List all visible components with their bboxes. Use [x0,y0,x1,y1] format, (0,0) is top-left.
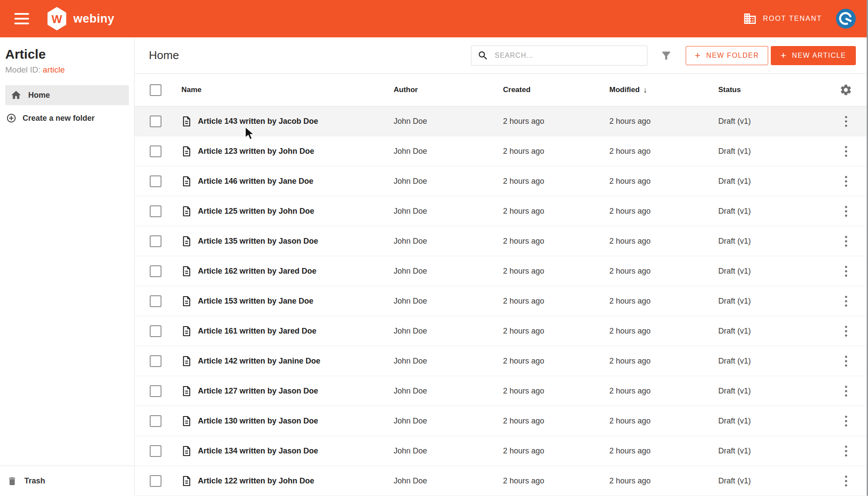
row-name-cell[interactable]: Article 122 written by John Doe [181,476,394,486]
row-name-cell[interactable]: Article 146 written by Jane Doe [181,176,394,187]
table-row[interactable]: Article 153 written by Jane Doe John Doe… [135,286,868,316]
row-name-cell[interactable]: Article 135 written by Jason Doe [181,236,394,247]
row-author: John Doe [394,267,503,276]
building-icon [743,12,757,26]
table-row[interactable]: Article 135 written by Jason Doe John Do… [135,226,868,256]
model-id-value[interactable]: article [43,65,65,74]
select-all-checkbox[interactable] [150,84,161,96]
row-name-cell[interactable]: Article 123 written by John Doe [181,146,394,157]
column-header-status[interactable]: Status [718,86,836,94]
table-row[interactable]: Article 146 written by Jane Doe John Doe… [135,166,868,196]
row-name-cell[interactable]: Article 130 written by Jason Doe [181,416,394,427]
row-checkbox[interactable] [150,385,161,397]
create-folder-button[interactable]: Create a new folder [6,113,129,123]
row-checkbox[interactable] [150,415,161,427]
row-menu-kebab-icon[interactable] [842,353,850,369]
row-menu-kebab-icon[interactable] [842,383,850,399]
column-header-author[interactable]: Author [394,86,503,94]
row-menu-kebab-icon[interactable] [842,263,850,279]
row-menu-kebab-icon[interactable] [842,293,850,309]
sidebar-header: Article Model ID: article [0,37,134,79]
document-icon [181,176,191,187]
row-checkbox[interactable] [150,445,161,457]
row-status: Draft (v1) [718,446,836,456]
row-name-cell[interactable]: Article 161 written by Jared Doe [181,326,394,337]
filter-button[interactable] [660,49,673,62]
column-header-name[interactable]: Name [181,86,394,94]
row-menu-kebab-icon[interactable] [842,203,850,219]
column-header-modified[interactable]: Modified ↓ [609,86,718,95]
row-checkbox[interactable] [150,205,161,217]
table-row[interactable]: Article 134 written by Jason Doe John Do… [135,436,868,466]
row-checkbox[interactable] [150,325,161,337]
row-created: 2 hours ago [503,417,609,426]
user-avatar-power-icon[interactable] [836,9,856,29]
sidebar-item-label: Home [28,91,50,100]
row-author: John Doe [394,207,503,216]
search-box[interactable] [471,46,648,66]
table-row[interactable]: Article 143 written by Jacob Doe John Do… [135,106,868,136]
row-checkbox[interactable] [150,295,161,307]
row-menu-kebab-icon[interactable] [842,143,850,159]
new-article-button[interactable]: + NEW ARTICLE [771,46,856,65]
row-menu-kebab-icon[interactable] [842,413,850,429]
row-checkbox[interactable] [150,175,161,187]
row-checkbox[interactable] [150,116,161,127]
row-menu-kebab-icon[interactable] [842,473,850,489]
row-name-cell[interactable]: Article 143 written by Jacob Doe [181,116,394,127]
row-created: 2 hours ago [503,476,609,486]
gear-icon[interactable] [839,83,852,96]
table-row[interactable]: Article 162 written by Jared Doe John Do… [135,256,868,286]
column-header-created[interactable]: Created [503,86,609,94]
table-row[interactable]: Article 130 written by Jason Doe John Do… [135,406,868,436]
row-checkbox[interactable] [150,355,161,367]
row-checkbox[interactable] [150,235,161,247]
document-icon [181,116,191,127]
row-checkbox[interactable] [150,265,161,277]
table-row[interactable]: Article 142 written by Janine Doe John D… [135,346,868,376]
row-name: Article 135 written by Jason Doe [198,237,318,246]
row-modified: 2 hours ago [609,327,718,336]
menu-icon[interactable] [14,13,29,24]
row-created: 2 hours ago [503,237,609,246]
row-name: Article 122 written by John Doe [198,476,314,486]
tenant-label[interactable]: ROOT TENANT [763,15,822,23]
row-status: Draft (v1) [718,476,836,486]
row-modified: 2 hours ago [609,476,718,486]
main-content: Home + NEW FOLDER + NEW ARTICLE [135,37,868,496]
row-name-cell[interactable]: Article 153 written by Jane Doe [181,296,394,307]
row-name-cell[interactable]: Article 125 written by John Doe [181,206,394,217]
row-menu-kebab-icon[interactable] [842,113,850,129]
row-modified: 2 hours ago [609,387,718,396]
row-checkbox[interactable] [150,475,161,487]
row-menu-kebab-icon[interactable] [842,443,850,459]
row-author: John Doe [394,417,503,426]
table-row[interactable]: Article 161 written by Jared Doe John Do… [135,316,868,346]
webiny-logo[interactable]: W webiny [46,7,115,31]
table-row[interactable]: Article 122 written by John Doe John Doe… [135,466,868,496]
row-name-cell[interactable]: Article 142 written by Janine Doe [181,356,394,367]
row-created: 2 hours ago [503,267,609,276]
trash-icon [7,476,17,486]
row-menu-kebab-icon[interactable] [842,323,850,339]
row-name-cell[interactable]: Article 162 written by Jared Doe [181,266,394,277]
trash-button[interactable]: Trash [0,466,134,496]
row-status: Draft (v1) [718,117,836,126]
table-row[interactable]: Article 123 written by John Doe John Doe… [135,136,868,166]
row-status: Draft (v1) [718,417,836,426]
page-title: Home [149,49,179,62]
row-name: Article 130 written by Jason Doe [198,417,318,426]
row-menu-kebab-icon[interactable] [842,173,850,189]
row-author: John Doe [394,147,503,156]
row-name-cell[interactable]: Article 134 written by Jason Doe [181,446,394,456]
sidebar-item-home[interactable]: Home [5,85,129,105]
search-input[interactable] [495,52,641,60]
search-icon [477,50,489,61]
new-folder-button[interactable]: + NEW FOLDER [686,46,768,65]
row-name-cell[interactable]: Article 127 written by Jason Doe [181,386,394,397]
table-row[interactable]: Article 127 written by Jason Doe John Do… [135,376,868,406]
table-row[interactable]: Article 125 written by John Doe John Doe… [135,196,868,226]
row-menu-kebab-icon[interactable] [842,233,850,249]
row-status: Draft (v1) [718,147,836,156]
row-checkbox[interactable] [150,145,161,157]
